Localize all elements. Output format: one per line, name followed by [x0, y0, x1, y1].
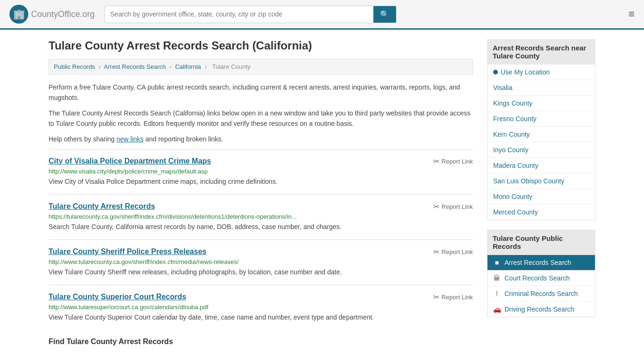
result-url: https://tularecounty.ca.gov/sheriff/inde… — [49, 213, 473, 220]
menu-button[interactable]: ≡ — [628, 8, 635, 20]
report-link[interactable]: ✂ Report Link — [433, 157, 473, 166]
report-icon: ✂ — [433, 202, 439, 211]
nearby-links: Use My Location VisaliaKings CountyFresn… — [487, 65, 595, 220]
site-logo[interactable]: 🏢 CountyOffice.org — [9, 5, 95, 24]
report-icon: ✂ — [433, 293, 439, 302]
result-title[interactable]: Tulare County Arrest Records — [49, 202, 155, 211]
page-title: Tulare County Arrest Records Search (Cal… — [49, 39, 473, 52]
result-title[interactable]: City of Visalia Police Department Crime … — [49, 157, 211, 165]
result-description: View City of Visalia Police Department c… — [49, 177, 473, 187]
nearby-link-item[interactable]: Fresno County — [487, 111, 595, 127]
use-location-item[interactable]: Use My Location — [487, 65, 595, 80]
nearby-link-item[interactable]: Visalia — [487, 80, 595, 96]
breadcrumb-current: Tulare County — [212, 63, 250, 70]
search-button[interactable]: 🔍 — [373, 6, 396, 23]
nearby-section: Arrest Records Search near Tulare County… — [487, 39, 595, 220]
nearby-link-item[interactable]: Kings County — [487, 96, 595, 111]
result-item: Tulare County Arrest Records ✂ Report Li… — [49, 194, 473, 239]
nearby-link-item[interactable]: Merced County — [487, 205, 595, 220]
result-item: Tulare County Superior Court Records ✂ R… — [49, 285, 473, 330]
new-links-link[interactable]: new links — [116, 135, 144, 143]
result-item: Tulare County Sheriff Police Press Relea… — [49, 239, 473, 285]
result-url: http://www.tularecounty.ca.gov/sheriff/i… — [49, 258, 473, 265]
search-input[interactable] — [105, 6, 373, 23]
breadcrumb-public-records[interactable]: Public Records — [54, 63, 95, 70]
nearby-link[interactable]: Inyo County — [493, 146, 528, 154]
public-records-list: ■ Arrest Records Search 🏛 Court Records … — [487, 255, 595, 317]
public-record-item[interactable]: 🚗 Driving Records Search — [487, 302, 595, 317]
public-records-section: Tulare County Public Records ■ Arrest Re… — [487, 230, 595, 317]
nearby-link-item[interactable]: Madera County — [487, 158, 595, 173]
public-record-link[interactable]: Court Records Search — [504, 274, 570, 282]
report-link[interactable]: ✂ Report Link — [433, 293, 473, 302]
nearby-link[interactable]: Visalia — [493, 84, 512, 91]
nearby-link[interactable]: Madera County — [493, 162, 538, 169]
record-icon: 🚗 — [493, 305, 501, 313]
public-record-item[interactable]: ! Criminal Records Search — [487, 286, 595, 302]
result-title[interactable]: Tulare County Superior Court Records — [49, 293, 186, 301]
breadcrumb: Public Records › Arrest Records Search ›… — [49, 59, 473, 74]
nearby-link[interactable]: Kings County — [493, 99, 532, 107]
result-header: Tulare County Sheriff Police Press Relea… — [49, 247, 473, 256]
nearby-link[interactable]: San Luis Obispo County — [493, 177, 564, 185]
report-label: Report Link — [442, 248, 473, 255]
nearby-link-item[interactable]: Kern County — [487, 127, 595, 142]
nearby-link-item[interactable]: Inyo County — [487, 142, 595, 158]
nearby-link[interactable]: Merced County — [493, 208, 538, 216]
site-header: 🏢 CountyOffice.org 🔍 ≡ — [0, 0, 644, 30]
public-record-link[interactable]: Driving Records Search — [504, 305, 574, 313]
result-url: http://www.visalia.city/depts/police/cri… — [49, 168, 473, 175]
logo-icon: 🏢 — [9, 5, 28, 24]
search-bar: 🔍 — [104, 6, 396, 23]
use-location-link[interactable]: Use My Location — [501, 68, 550, 76]
find-heading: Find Tulare County Arrest Records — [49, 337, 473, 346]
result-header: City of Visalia Police Department Crime … — [49, 157, 473, 166]
nearby-link-item[interactable]: San Luis Obispo County — [487, 173, 595, 189]
record-icon: ! — [493, 290, 501, 297]
result-url: http://www.tularesuperïorcourt.ca.gov/ca… — [49, 304, 473, 311]
result-description: View Tulare County Sheriff new releases,… — [49, 267, 473, 277]
result-title[interactable]: Tulare County Sheriff Police Press Relea… — [49, 247, 206, 256]
nearby-link-item[interactable]: Mono County — [487, 189, 595, 205]
public-record-item[interactable]: ■ Arrest Records Search — [487, 255, 595, 271]
report-label: Report Link — [442, 294, 473, 301]
description-1: Perform a free Tulare County, CA public … — [49, 82, 473, 103]
report-icon: ✂ — [433, 157, 439, 166]
nearby-link[interactable]: Mono County — [493, 193, 532, 200]
result-header: Tulare County Superior Court Records ✂ R… — [49, 293, 473, 302]
public-record-item[interactable]: 🏛 Court Records Search — [487, 271, 595, 286]
report-link[interactable]: ✂ Report Link — [433, 247, 473, 256]
sidebar: Arrest Records Search near Tulare County… — [487, 39, 595, 346]
result-header: Tulare County Arrest Records ✂ Report Li… — [49, 202, 473, 211]
report-label: Report Link — [442, 158, 473, 165]
public-record-link[interactable]: Arrest Records Search — [504, 259, 571, 266]
report-label: Report Link — [442, 203, 473, 210]
results-list: City of Visalia Police Department Crime … — [49, 149, 473, 330]
description-3: Help others by sharing new links and rep… — [49, 134, 473, 144]
report-icon: ✂ — [433, 247, 439, 256]
nearby-link[interactable]: Kern County — [493, 131, 530, 138]
nearby-title: Arrest Records Search near Tulare County — [487, 39, 595, 65]
public-records-title: Tulare County Public Records — [487, 230, 595, 255]
breadcrumb-arrest-records[interactable]: Arrest Records Search — [104, 63, 166, 70]
main-content: Tulare County Arrest Records Search (Cal… — [49, 39, 473, 346]
result-description: View Tulare County Superior Court calend… — [49, 313, 473, 322]
page-container: Tulare County Arrest Records Search (Cal… — [39, 30, 605, 355]
nearby-link[interactable]: Fresno County — [493, 115, 537, 123]
record-icon: 🏛 — [493, 274, 501, 282]
breadcrumb-california[interactable]: California — [175, 63, 201, 70]
public-record-link[interactable]: Criminal Records Search — [504, 290, 578, 297]
result-description: Search Tulare County, California arrest … — [49, 222, 473, 232]
location-dot-icon — [493, 70, 498, 74]
logo-text: CountyOffice.org — [31, 9, 95, 19]
record-icon: ■ — [493, 259, 501, 266]
report-link[interactable]: ✂ Report Link — [433, 202, 473, 211]
description-2: The Tulare County Arrest Records Search … — [49, 108, 473, 129]
result-item: City of Visalia Police Department Crime … — [49, 149, 473, 194]
